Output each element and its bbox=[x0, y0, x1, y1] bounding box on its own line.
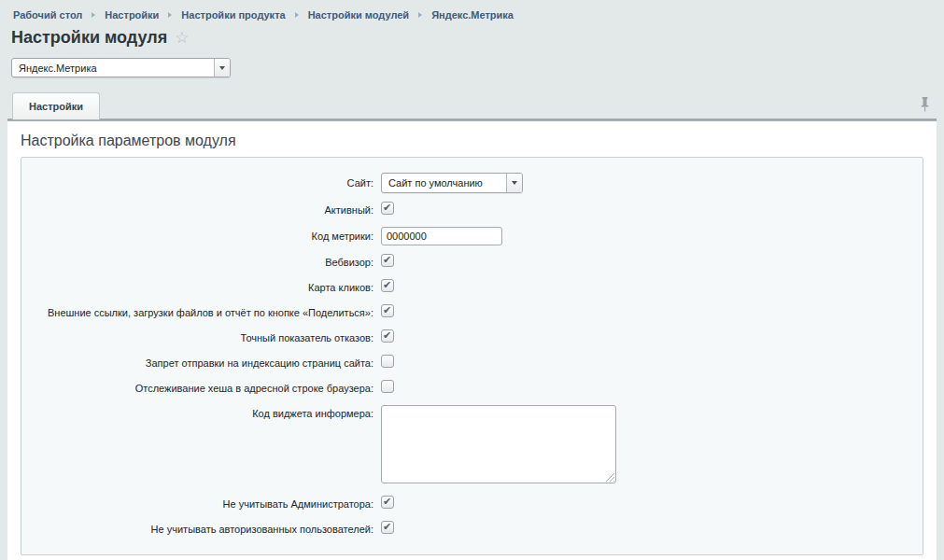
breadcrumb-item[interactable]: Яндекс.Метрика bbox=[431, 9, 514, 21]
accurate-bounce-label: Точный показатель отказов: bbox=[21, 332, 381, 344]
accurate-bounce-checkbox[interactable] bbox=[381, 329, 394, 343]
pin-icon-top[interactable] bbox=[920, 97, 930, 112]
site-select-value: Сайт по умолчанию bbox=[382, 177, 483, 189]
breadcrumb: Рабочий столНастройкиНастройки продуктаН… bbox=[0, 0, 944, 21]
form-row: Код метрики: bbox=[21, 227, 923, 245]
webvisor-checkbox[interactable] bbox=[381, 254, 394, 267]
breadcrumb-separator-icon bbox=[168, 12, 172, 18]
chevron-down-icon[interactable] bbox=[506, 174, 522, 192]
form-row: Код виджета информера: bbox=[21, 405, 923, 487]
form-row: Внешние ссылки, загрузки файлов и отчёт … bbox=[21, 304, 923, 321]
favorite-star-icon[interactable]: ☆ bbox=[175, 28, 189, 48]
breadcrumb-item[interactable]: Рабочий стол bbox=[13, 9, 82, 21]
exclude-admin-checkbox[interactable] bbox=[381, 496, 394, 509]
click-map-label: Карта кликов: bbox=[21, 282, 381, 294]
metric-code-label: Код метрики: bbox=[21, 231, 381, 243]
form-row: Не учитывать Администратора: bbox=[21, 496, 923, 512]
content-panel: Настройка параметров модуля Сайт:Сайт по… bbox=[7, 121, 937, 560]
form-row: Активный: bbox=[21, 202, 923, 218]
breadcrumb-item[interactable]: Настройки модулей bbox=[308, 9, 409, 21]
page-title-text: Настройки модуля bbox=[11, 28, 167, 48]
active-checkbox[interactable] bbox=[381, 202, 394, 215]
no-index-checkbox[interactable] bbox=[381, 355, 394, 368]
click-map-checkbox[interactable] bbox=[381, 279, 394, 292]
button-row: Сохранить bbox=[7, 555, 937, 560]
external-links-label: Внешние ссылки, загрузки файлов и отчёт … bbox=[21, 307, 381, 319]
page-title: Настройки модуля ☆ bbox=[11, 28, 944, 48]
section-heading: Настройка параметров модуля bbox=[7, 121, 937, 157]
hash-tracking-checkbox[interactable] bbox=[381, 380, 394, 393]
no-index-label: Запрет отправки на индексацию страниц са… bbox=[21, 357, 381, 370]
informer-code-textarea[interactable] bbox=[381, 405, 616, 483]
exclude-authorized-checkbox[interactable] bbox=[381, 521, 394, 534]
form-row: Отслеживание хеша в адресной строке брау… bbox=[21, 380, 923, 397]
site-label: Сайт: bbox=[21, 177, 381, 189]
form-row: Точный показатель отказов: bbox=[21, 329, 923, 346]
form-row: Не учитывать авторизованных пользователе… bbox=[21, 521, 923, 538]
breadcrumb-separator-icon bbox=[295, 12, 299, 18]
hash-tracking-label: Отслеживание хеша в адресной строке брау… bbox=[21, 383, 381, 395]
form-row: Карта кликов: bbox=[21, 279, 923, 296]
webvisor-label: Вебвизор: bbox=[21, 257, 381, 269]
form-row: Вебвизор: bbox=[21, 254, 923, 271]
module-select[interactable]: Яндекс.Метрика bbox=[11, 58, 231, 77]
exclude-admin-label: Не учитывать Администратора: bbox=[21, 498, 381, 511]
exclude-authorized-label: Не учитывать авторизованных пользователе… bbox=[21, 524, 381, 536]
informer-code-label: Код виджета информера: bbox=[21, 405, 381, 420]
tab-bar: Настройки bbox=[0, 91, 944, 119]
form-box: Сайт:Сайт по умолчаниюАктивный:Код метри… bbox=[21, 157, 923, 555]
active-label: Активный: bbox=[21, 204, 381, 217]
breadcrumb-separator-icon bbox=[92, 12, 95, 18]
form-row: Сайт:Сайт по умолчанию bbox=[21, 173, 923, 193]
tab-settings[interactable]: Настройки bbox=[12, 92, 100, 119]
module-select-value: Яндекс.Метрика bbox=[12, 63, 97, 74]
form-row: Запрет отправки на индексацию страниц са… bbox=[21, 355, 923, 371]
site-select[interactable]: Сайт по умолчанию bbox=[381, 173, 523, 193]
chevron-down-icon[interactable] bbox=[214, 59, 230, 77]
external-links-checkbox[interactable] bbox=[381, 304, 394, 317]
breadcrumb-item[interactable]: Настройки bbox=[105, 9, 159, 21]
breadcrumb-item[interactable]: Настройки продукта bbox=[181, 9, 285, 21]
breadcrumb-separator-icon bbox=[418, 12, 422, 18]
metric-code-input[interactable] bbox=[381, 227, 502, 245]
